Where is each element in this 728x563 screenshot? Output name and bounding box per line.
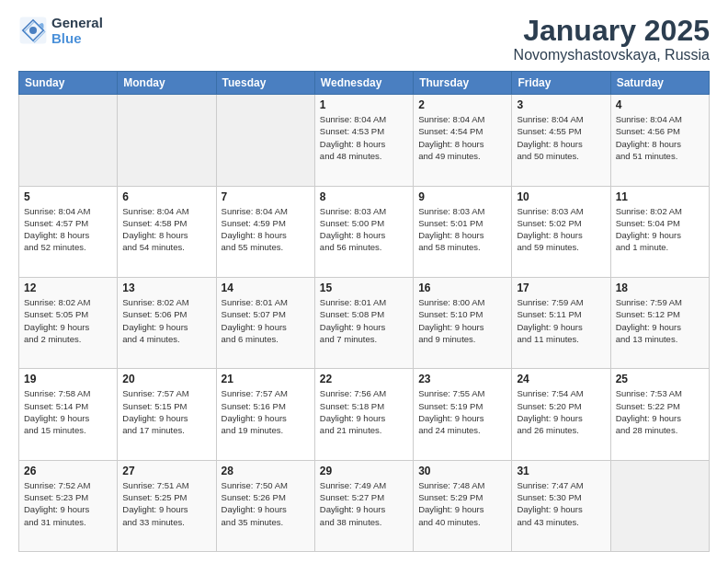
day-number: 23 bbox=[418, 373, 506, 385]
day-number: 9 bbox=[418, 190, 506, 203]
day-number: 22 bbox=[320, 373, 408, 385]
day-number: 14 bbox=[222, 282, 310, 294]
logo-icon bbox=[18, 16, 48, 45]
calendar-day-cell bbox=[216, 95, 314, 186]
calendar-day-cell: 23Sunrise: 7:55 AM Sunset: 5:19 PM Dayli… bbox=[414, 369, 512, 460]
day-info: Sunrise: 7:59 AM Sunset: 5:12 PM Dayligh… bbox=[616, 296, 704, 345]
day-info: Sunrise: 8:01 AM Sunset: 5:08 PM Dayligh… bbox=[320, 296, 408, 345]
day-info: Sunrise: 8:03 AM Sunset: 5:01 PM Dayligh… bbox=[418, 205, 506, 254]
day-number: 20 bbox=[122, 373, 210, 385]
day-info: Sunrise: 8:03 AM Sunset: 5:02 PM Dayligh… bbox=[517, 205, 605, 254]
day-number: 16 bbox=[418, 282, 506, 294]
calendar-day-cell: 16Sunrise: 8:00 AM Sunset: 5:10 PM Dayli… bbox=[414, 277, 512, 368]
calendar-day-cell: 3Sunrise: 8:04 AM Sunset: 4:55 PM Daylig… bbox=[512, 95, 610, 186]
day-info: Sunrise: 7:54 AM Sunset: 5:20 PM Dayligh… bbox=[517, 387, 605, 436]
calendar-day-cell: 13Sunrise: 8:02 AM Sunset: 5:06 PM Dayli… bbox=[118, 277, 216, 368]
day-info: Sunrise: 7:47 AM Sunset: 5:30 PM Dayligh… bbox=[517, 479, 605, 528]
day-info: Sunrise: 7:57 AM Sunset: 5:16 PM Dayligh… bbox=[222, 387, 310, 436]
day-number: 11 bbox=[616, 190, 704, 203]
weekday-header-monday: Monday bbox=[118, 72, 216, 95]
calendar-day-cell: 18Sunrise: 7:59 AM Sunset: 5:12 PM Dayli… bbox=[610, 277, 709, 368]
day-info: Sunrise: 7:51 AM Sunset: 5:25 PM Dayligh… bbox=[122, 479, 210, 528]
calendar-day-cell: 17Sunrise: 7:59 AM Sunset: 5:11 PM Dayli… bbox=[512, 277, 610, 368]
calendar-day-cell: 5Sunrise: 8:04 AM Sunset: 4:57 PM Daylig… bbox=[19, 186, 118, 277]
day-info: Sunrise: 8:03 AM Sunset: 5:00 PM Dayligh… bbox=[320, 205, 408, 254]
day-info: Sunrise: 8:02 AM Sunset: 5:05 PM Dayligh… bbox=[24, 296, 112, 345]
day-info: Sunrise: 8:04 AM Sunset: 4:57 PM Dayligh… bbox=[24, 205, 112, 254]
day-info: Sunrise: 7:59 AM Sunset: 5:11 PM Dayligh… bbox=[517, 296, 605, 345]
calendar-day-cell bbox=[610, 460, 709, 551]
day-number: 26 bbox=[24, 465, 112, 477]
calendar-day-cell: 28Sunrise: 7:50 AM Sunset: 5:26 PM Dayli… bbox=[216, 460, 314, 551]
calendar-week-row: 1Sunrise: 8:04 AM Sunset: 4:53 PM Daylig… bbox=[19, 95, 710, 186]
weekday-header-sunday: Sunday bbox=[19, 72, 118, 95]
calendar-day-cell bbox=[19, 95, 118, 186]
day-number: 31 bbox=[517, 465, 605, 477]
calendar-day-cell: 2Sunrise: 8:04 AM Sunset: 4:54 PM Daylig… bbox=[414, 95, 512, 186]
calendar-day-cell: 21Sunrise: 7:57 AM Sunset: 5:16 PM Dayli… bbox=[216, 369, 314, 460]
weekday-header-wednesday: Wednesday bbox=[314, 72, 413, 95]
day-number: 30 bbox=[418, 465, 506, 477]
calendar-day-cell: 31Sunrise: 7:47 AM Sunset: 5:30 PM Dayli… bbox=[512, 460, 610, 551]
day-number: 12 bbox=[24, 282, 112, 294]
calendar-day-cell: 11Sunrise: 8:02 AM Sunset: 5:04 PM Dayli… bbox=[610, 186, 709, 277]
day-number: 24 bbox=[517, 373, 605, 385]
calendar-week-row: 26Sunrise: 7:52 AM Sunset: 5:23 PM Dayli… bbox=[19, 460, 710, 551]
calendar-day-cell: 12Sunrise: 8:02 AM Sunset: 5:05 PM Dayli… bbox=[19, 277, 118, 368]
calendar-week-row: 19Sunrise: 7:58 AM Sunset: 5:14 PM Dayli… bbox=[19, 369, 710, 460]
day-info: Sunrise: 7:56 AM Sunset: 5:18 PM Dayligh… bbox=[320, 387, 408, 436]
calendar-day-cell: 15Sunrise: 8:01 AM Sunset: 5:08 PM Dayli… bbox=[314, 277, 413, 368]
page: General Blue January 2025 Novomyshastovs… bbox=[0, 0, 728, 563]
day-number: 10 bbox=[517, 190, 605, 203]
svg-point-3 bbox=[29, 27, 37, 34]
calendar-day-cell: 27Sunrise: 7:51 AM Sunset: 5:25 PM Dayli… bbox=[118, 460, 216, 551]
weekday-header-tuesday: Tuesday bbox=[216, 72, 314, 95]
day-info: Sunrise: 7:57 AM Sunset: 5:15 PM Dayligh… bbox=[122, 387, 210, 436]
day-info: Sunrise: 7:49 AM Sunset: 5:27 PM Dayligh… bbox=[320, 479, 408, 528]
calendar-day-cell: 26Sunrise: 7:52 AM Sunset: 5:23 PM Dayli… bbox=[19, 460, 118, 551]
day-number: 18 bbox=[616, 282, 704, 294]
calendar-day-cell: 22Sunrise: 7:56 AM Sunset: 5:18 PM Dayli… bbox=[314, 369, 413, 460]
day-number: 4 bbox=[616, 98, 704, 111]
day-number: 21 bbox=[222, 373, 310, 385]
day-info: Sunrise: 8:04 AM Sunset: 4:54 PM Dayligh… bbox=[418, 113, 506, 162]
day-info: Sunrise: 7:55 AM Sunset: 5:19 PM Dayligh… bbox=[418, 387, 506, 436]
day-info: Sunrise: 8:00 AM Sunset: 5:10 PM Dayligh… bbox=[418, 296, 506, 345]
calendar-day-cell: 8Sunrise: 8:03 AM Sunset: 5:00 PM Daylig… bbox=[314, 186, 413, 277]
day-number: 19 bbox=[24, 373, 112, 385]
day-number: 7 bbox=[222, 190, 310, 203]
day-info: Sunrise: 8:04 AM Sunset: 4:56 PM Dayligh… bbox=[616, 113, 704, 162]
header: General Blue January 2025 Novomyshastovs… bbox=[18, 15, 710, 63]
day-number: 6 bbox=[122, 190, 210, 203]
calendar-week-row: 5Sunrise: 8:04 AM Sunset: 4:57 PM Daylig… bbox=[19, 186, 710, 277]
day-number: 1 bbox=[320, 98, 408, 111]
day-number: 8 bbox=[320, 190, 408, 203]
calendar-day-cell: 24Sunrise: 7:54 AM Sunset: 5:20 PM Dayli… bbox=[512, 369, 610, 460]
day-info: Sunrise: 7:52 AM Sunset: 5:23 PM Dayligh… bbox=[24, 479, 112, 528]
calendar-day-cell: 20Sunrise: 7:57 AM Sunset: 5:15 PM Dayli… bbox=[118, 369, 216, 460]
calendar-day-cell: 30Sunrise: 7:48 AM Sunset: 5:29 PM Dayli… bbox=[414, 460, 512, 551]
day-info: Sunrise: 8:04 AM Sunset: 4:59 PM Dayligh… bbox=[222, 205, 310, 254]
weekday-header-thursday: Thursday bbox=[414, 72, 512, 95]
calendar-title: January 2025 bbox=[514, 15, 710, 47]
calendar-day-cell: 6Sunrise: 8:04 AM Sunset: 4:58 PM Daylig… bbox=[118, 186, 216, 277]
day-number: 3 bbox=[517, 98, 605, 111]
day-number: 5 bbox=[24, 190, 112, 203]
day-info: Sunrise: 7:50 AM Sunset: 5:26 PM Dayligh… bbox=[222, 479, 310, 528]
day-info: Sunrise: 7:53 AM Sunset: 5:22 PM Dayligh… bbox=[616, 387, 704, 436]
day-number: 13 bbox=[122, 282, 210, 294]
day-number: 27 bbox=[122, 465, 210, 477]
title-block: January 2025 Novomyshastovskaya, Russia bbox=[514, 15, 710, 63]
weekday-header-saturday: Saturday bbox=[610, 72, 709, 95]
day-info: Sunrise: 8:04 AM Sunset: 4:58 PM Dayligh… bbox=[122, 205, 210, 254]
day-info: Sunrise: 7:48 AM Sunset: 5:29 PM Dayligh… bbox=[418, 479, 506, 528]
weekday-header-friday: Friday bbox=[512, 72, 610, 95]
calendar-day-cell: 4Sunrise: 8:04 AM Sunset: 4:56 PM Daylig… bbox=[610, 95, 709, 186]
calendar-day-cell: 7Sunrise: 8:04 AM Sunset: 4:59 PM Daylig… bbox=[216, 186, 314, 277]
calendar-day-cell: 9Sunrise: 8:03 AM Sunset: 5:01 PM Daylig… bbox=[414, 186, 512, 277]
calendar-day-cell: 1Sunrise: 8:04 AM Sunset: 4:53 PM Daylig… bbox=[314, 95, 413, 186]
calendar-day-cell: 19Sunrise: 7:58 AM Sunset: 5:14 PM Dayli… bbox=[19, 369, 118, 460]
calendar-week-row: 12Sunrise: 8:02 AM Sunset: 5:05 PM Dayli… bbox=[19, 277, 710, 368]
day-info: Sunrise: 7:58 AM Sunset: 5:14 PM Dayligh… bbox=[24, 387, 112, 436]
calendar-subtitle: Novomyshastovskaya, Russia bbox=[514, 47, 710, 63]
